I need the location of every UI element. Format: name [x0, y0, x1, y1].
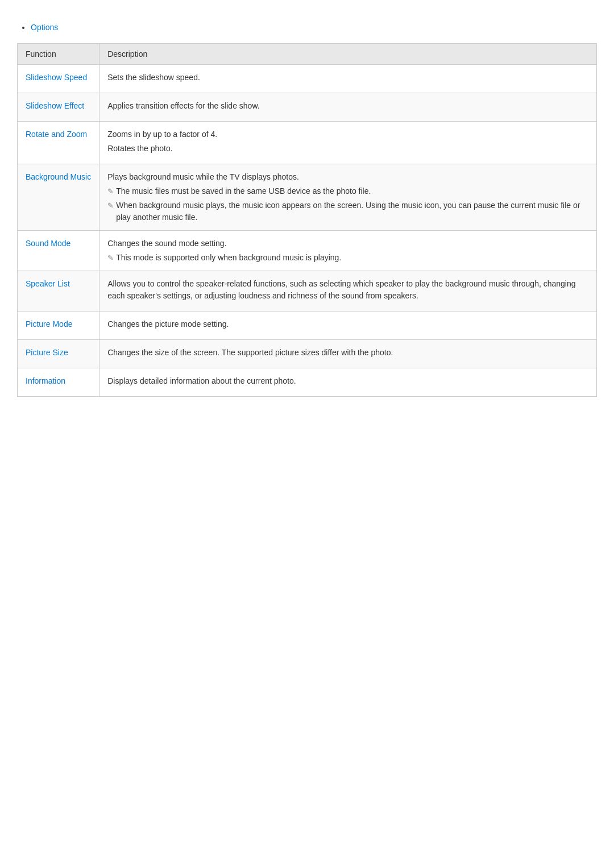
description-cell: Allows you to control the speaker-relate…: [99, 271, 597, 312]
table-row: Picture ModeChanges the picture mode set…: [18, 312, 597, 340]
column-header-function: Function: [18, 44, 99, 65]
description-cell: Zooms in by up to a factor of 4.Rotates …: [99, 122, 597, 164]
note-text: The music files must be saved in the sam…: [116, 185, 371, 197]
table-row: Rotate and ZoomZooms in by up to a facto…: [18, 122, 597, 164]
function-cell[interactable]: Speaker List: [18, 271, 99, 312]
description-cell: Changes the picture mode setting.: [99, 312, 597, 340]
description-cell: Changes the size of the screen. The supp…: [99, 340, 597, 368]
table-row: Sound ModeChanges the sound mode setting…: [18, 231, 597, 271]
note-line: ✎ The music files must be saved in the s…: [107, 185, 588, 197]
description-main-text: Changes the sound mode setting.: [107, 238, 588, 250]
note-line: ✎ This mode is supported only when backg…: [107, 252, 588, 264]
description-cell: Changes the sound mode setting.✎ This mo…: [99, 231, 597, 271]
description-cell: Displays detailed information about the …: [99, 368, 597, 397]
function-cell[interactable]: Slideshow Effect: [18, 93, 99, 122]
description-main-text: Plays background music while the TV disp…: [107, 171, 588, 183]
breadcrumb-options-link[interactable]: Options: [31, 23, 58, 32]
table-body: Slideshow SpeedSets the slideshow speed.…: [18, 65, 597, 397]
table-row: Picture SizeChanges the size of the scre…: [18, 340, 597, 368]
description-cell: Plays background music while the TV disp…: [99, 164, 597, 231]
table-header: Function Description: [18, 44, 597, 65]
table-row: Speaker ListAllows you to control the sp…: [18, 271, 597, 312]
note-line: ✎ When background music plays, the music…: [107, 200, 588, 223]
table-row: InformationDisplays detailed information…: [18, 368, 597, 397]
options-table: Function Description Slideshow SpeedSets…: [17, 43, 597, 397]
function-cell[interactable]: Background Music: [18, 164, 99, 231]
description-main-text: Applies transition effects for the slide…: [107, 100, 588, 112]
description-cell: Sets the slideshow speed.: [99, 65, 597, 93]
note-icon: ✎: [107, 186, 114, 197]
breadcrumb: Options: [17, 23, 597, 32]
table-row: Slideshow EffectApplies transition effec…: [18, 93, 597, 122]
column-header-description: Description: [99, 44, 597, 65]
description-cell: Applies transition effects for the slide…: [99, 93, 597, 122]
function-cell[interactable]: Rotate and Zoom: [18, 122, 99, 164]
function-cell[interactable]: Information: [18, 368, 99, 397]
function-cell[interactable]: Picture Size: [18, 340, 99, 368]
note-icon: ✎: [107, 200, 114, 211]
note-text: This mode is supported only when backgro…: [116, 252, 341, 264]
breadcrumb-list: Options: [17, 23, 597, 32]
description-main-text: Sets the slideshow speed.: [107, 72, 588, 84]
note-text: When background music plays, the music i…: [116, 200, 588, 223]
table-row: Background MusicPlays background music w…: [18, 164, 597, 231]
table-row: Slideshow SpeedSets the slideshow speed.: [18, 65, 597, 93]
description-main-text: Rotates the photo.: [107, 143, 588, 155]
function-cell[interactable]: Picture Mode: [18, 312, 99, 340]
function-cell[interactable]: Slideshow Speed: [18, 65, 99, 93]
description-main-text: Allows you to control the speaker-relate…: [107, 278, 588, 302]
description-main-text: Zooms in by up to a factor of 4.: [107, 128, 588, 140]
description-main-text: Changes the picture mode setting.: [107, 318, 588, 330]
function-cell[interactable]: Sound Mode: [18, 231, 99, 271]
description-main-text: Displays detailed information about the …: [107, 375, 588, 387]
note-icon: ✎: [107, 252, 114, 264]
description-main-text: Changes the size of the screen. The supp…: [107, 347, 588, 359]
